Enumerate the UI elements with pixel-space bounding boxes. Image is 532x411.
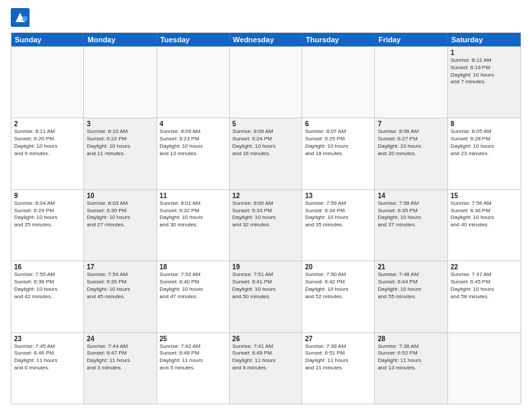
day-detail: Sunrise: 7:56 AM Sunset: 6:36 PM Dayligh… [451,200,518,229]
calendar-cell: 9Sunrise: 8:04 AM Sunset: 6:29 PM Daylig… [11,190,84,261]
day-number: 3 [87,120,153,128]
calendar-cell [302,47,375,118]
day-number: 17 [87,263,153,271]
calendar-cell: 26Sunrise: 7:41 AM Sunset: 6:49 PM Dayli… [230,333,302,404]
day-number: 8 [451,120,518,128]
calendar-week-3: 9Sunrise: 8:04 AM Sunset: 6:29 PM Daylig… [11,189,521,261]
day-number: 15 [451,192,518,199]
day-detail: Sunrise: 8:03 AM Sunset: 6:30 PM Dayligh… [87,200,153,229]
calendar-cell: 8Sunrise: 8:05 AM Sunset: 6:28 PM Daylig… [448,118,521,189]
logo [11,8,32,27]
calendar-cell: 12Sunrise: 8:00 AM Sunset: 6:33 PM Dayli… [230,190,302,261]
calendar-cell: 22Sunrise: 7:47 AM Sunset: 6:45 PM Dayli… [448,261,521,332]
day-detail: Sunrise: 8:11 AM Sunset: 6:20 PM Dayligh… [14,128,81,157]
day-detail: Sunrise: 7:42 AM Sunset: 6:48 PM Dayligh… [160,343,226,372]
day-number: 4 [160,120,226,128]
calendar-cell: 13Sunrise: 7:59 AM Sunset: 6:34 PM Dayli… [302,190,375,261]
calendar: SundayMondayTuesdayWednesdayThursdayFrid… [11,32,521,404]
calendar-cell [157,47,230,118]
day-header-monday: Monday [84,33,157,46]
calendar-cell: 16Sunrise: 7:55 AM Sunset: 6:38 PM Dayli… [11,261,84,332]
day-number: 10 [87,192,153,199]
day-number: 23 [14,335,81,342]
day-detail: Sunrise: 8:08 AM Sunset: 6:24 PM Dayligh… [232,128,299,157]
calendar-cell [230,47,302,118]
day-detail: Sunrise: 7:45 AM Sunset: 6:46 PM Dayligh… [14,343,81,372]
day-number: 20 [305,263,371,271]
day-number: 9 [14,192,81,199]
calendar-cell: 23Sunrise: 7:45 AM Sunset: 6:46 PM Dayli… [11,333,84,404]
calendar-week-5: 23Sunrise: 7:45 AM Sunset: 6:46 PM Dayli… [11,332,521,404]
calendar-cell: 28Sunrise: 7:38 AM Sunset: 6:52 PM Dayli… [375,333,447,404]
calendar-cell: 17Sunrise: 7:54 AM Sunset: 6:39 PM Dayli… [84,261,157,332]
day-header-sunday: Sunday [11,33,84,46]
day-header-wednesday: Wednesday [230,33,302,46]
day-number: 27 [305,335,371,342]
day-header-friday: Friday [375,33,447,46]
day-detail: Sunrise: 8:06 AM Sunset: 6:27 PM Dayligh… [378,128,444,157]
calendar-cell: 2Sunrise: 8:11 AM Sunset: 6:20 PM Daylig… [11,118,84,189]
calendar-cell [448,333,521,404]
calendar-cell: 21Sunrise: 7:48 AM Sunset: 6:44 PM Dayli… [375,261,447,332]
day-detail: Sunrise: 7:41 AM Sunset: 6:49 PM Dayligh… [232,343,299,372]
calendar-header: SundayMondayTuesdayWednesdayThursdayFrid… [11,33,521,46]
day-header-tuesday: Tuesday [157,33,230,46]
day-number: 12 [232,192,299,199]
day-detail: Sunrise: 7:52 AM Sunset: 6:40 PM Dayligh… [160,271,226,300]
day-number: 16 [14,263,81,271]
calendar-cell: 6Sunrise: 8:07 AM Sunset: 6:25 PM Daylig… [302,118,375,189]
day-number: 21 [378,263,444,271]
calendar-cell: 24Sunrise: 7:44 AM Sunset: 6:47 PM Dayli… [84,333,157,404]
day-number: 1 [451,49,518,56]
day-number: 26 [232,335,299,342]
day-detail: Sunrise: 8:09 AM Sunset: 6:23 PM Dayligh… [160,128,226,157]
day-detail: Sunrise: 7:58 AM Sunset: 6:35 PM Dayligh… [378,200,444,229]
day-number: 25 [160,335,226,342]
day-detail: Sunrise: 7:51 AM Sunset: 6:41 PM Dayligh… [232,271,299,300]
calendar-cell: 18Sunrise: 7:52 AM Sunset: 6:40 PM Dayli… [157,261,230,332]
calendar-body: 1Sunrise: 8:12 AM Sunset: 6:19 PM Daylig… [11,46,521,404]
calendar-cell: 10Sunrise: 8:03 AM Sunset: 6:30 PM Dayli… [84,190,157,261]
day-detail: Sunrise: 7:55 AM Sunset: 6:38 PM Dayligh… [14,271,81,300]
day-detail: Sunrise: 7:48 AM Sunset: 6:44 PM Dayligh… [378,271,444,300]
day-detail: Sunrise: 8:05 AM Sunset: 6:28 PM Dayligh… [451,128,518,157]
calendar-cell [11,47,84,118]
day-number: 5 [232,120,299,128]
day-header-saturday: Saturday [448,33,521,46]
day-detail: Sunrise: 8:00 AM Sunset: 6:33 PM Dayligh… [232,200,299,229]
day-detail: Sunrise: 8:10 AM Sunset: 6:22 PM Dayligh… [87,128,153,157]
day-number: 13 [305,192,371,199]
day-detail: Sunrise: 7:47 AM Sunset: 6:45 PM Dayligh… [451,271,518,300]
calendar-cell [375,47,447,118]
day-detail: Sunrise: 7:50 AM Sunset: 6:42 PM Dayligh… [305,271,371,300]
day-detail: Sunrise: 7:39 AM Sunset: 6:51 PM Dayligh… [305,343,371,372]
day-detail: Sunrise: 8:04 AM Sunset: 6:29 PM Dayligh… [14,200,81,229]
calendar-cell: 7Sunrise: 8:06 AM Sunset: 6:27 PM Daylig… [375,118,447,189]
day-number: 6 [305,120,371,128]
day-detail: Sunrise: 7:54 AM Sunset: 6:39 PM Dayligh… [87,271,153,300]
calendar-cell: 4Sunrise: 8:09 AM Sunset: 6:23 PM Daylig… [157,118,230,189]
calendar-cell: 25Sunrise: 7:42 AM Sunset: 6:48 PM Dayli… [157,333,230,404]
day-detail: Sunrise: 8:01 AM Sunset: 6:32 PM Dayligh… [160,200,226,229]
calendar-week-2: 2Sunrise: 8:11 AM Sunset: 6:20 PM Daylig… [11,118,521,189]
day-number: 18 [160,263,226,271]
day-number: 28 [378,335,444,342]
day-detail: Sunrise: 7:59 AM Sunset: 6:34 PM Dayligh… [305,200,371,229]
day-number: 22 [451,263,518,271]
calendar-cell [84,47,157,118]
logo-icon [11,8,30,27]
day-detail: Sunrise: 7:44 AM Sunset: 6:47 PM Dayligh… [87,343,153,372]
calendar-week-1: 1Sunrise: 8:12 AM Sunset: 6:19 PM Daylig… [11,46,521,118]
header [11,8,521,27]
calendar-cell: 11Sunrise: 8:01 AM Sunset: 6:32 PM Dayli… [157,190,230,261]
svg-rect-2 [23,16,28,21]
day-number: 24 [87,335,153,342]
day-number: 2 [14,120,81,128]
day-number: 7 [378,120,444,128]
calendar-cell: 3Sunrise: 8:10 AM Sunset: 6:22 PM Daylig… [84,118,157,189]
day-number: 11 [160,192,226,199]
day-header-thursday: Thursday [302,33,375,46]
calendar-cell: 5Sunrise: 8:08 AM Sunset: 6:24 PM Daylig… [230,118,302,189]
day-number: 19 [232,263,299,271]
calendar-week-4: 16Sunrise: 7:55 AM Sunset: 6:38 PM Dayli… [11,261,521,332]
